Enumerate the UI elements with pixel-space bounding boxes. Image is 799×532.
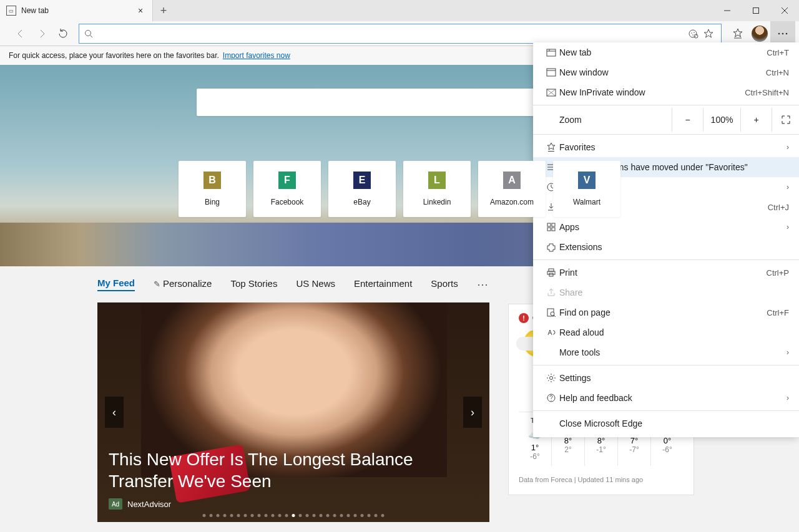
top-site-tile[interactable]: EeBay [328, 161, 396, 217]
svg-point-38 [551, 400, 551, 400]
browser-tab[interactable]: ▭ New tab × [0, 0, 153, 21]
menu-more-tools[interactable]: More tools› [533, 342, 799, 362]
menu-inprivate[interactable]: New InPrivate windowCtrl+Shift+N [533, 82, 799, 102]
import-favorites-link[interactable]: Import favorites now [223, 51, 290, 60]
svg-point-13 [782, 32, 784, 34]
top-site-tile[interactable]: LLinkedin [403, 161, 471, 217]
tab-title: New tab [21, 6, 135, 15]
menu-new-tab[interactable]: New tabCtrl+T [533, 42, 799, 62]
minimize-button[interactable] [713, 0, 742, 21]
favorite-star-icon[interactable] [701, 26, 716, 41]
tile-icon: F [278, 172, 296, 189]
refresh-button[interactable] [52, 23, 74, 44]
card-next-button[interactable]: › [463, 397, 482, 428]
menu-find[interactable]: Find on pageCtrl+F [533, 302, 799, 322]
favorites-button[interactable] [727, 22, 749, 45]
print-icon [543, 268, 559, 278]
carousel-dots [203, 514, 385, 517]
weather-alert-icon: ! [519, 313, 529, 323]
feed-tab-topstories[interactable]: Top Stories [230, 278, 277, 291]
svg-rect-18 [547, 69, 556, 76]
ad-badge: Ad [109, 498, 122, 510]
star-icon [543, 142, 559, 152]
gear-icon [543, 373, 559, 383]
menu-read-aloud[interactable]: Read aloud [533, 322, 799, 342]
feed-tab-usnews[interactable]: US News [296, 278, 335, 291]
zoom-in-button[interactable]: + [740, 108, 772, 132]
apps-icon [543, 222, 559, 232]
menu-print[interactable]: PrintCtrl+P [533, 263, 799, 283]
tile-icon: A [503, 172, 521, 189]
new-window-icon [543, 67, 559, 77]
search-icon [84, 29, 93, 38]
share-icon [543, 288, 559, 297]
extensions-icon [543, 242, 559, 252]
cookie-icon[interactable] [686, 26, 701, 41]
zoom-out-button[interactable]: − [672, 108, 703, 132]
top-sites-row: BBingFFacebookEeBayLLinkedinAAmazon.comV… [179, 161, 620, 217]
svg-point-14 [786, 32, 788, 34]
feed-tab-personalize[interactable]: ✎Personalize [154, 278, 212, 291]
svg-rect-26 [547, 223, 551, 226]
address-bar[interactable] [79, 24, 722, 44]
menu-help[interactable]: Help and feedback› [533, 388, 799, 408]
card-source: NextAdvisor [127, 500, 171, 509]
top-site-tile[interactable]: AAmazon.com [478, 161, 546, 217]
card-title: This New Offer Is The Longest Balance Tr… [109, 448, 478, 492]
new-tab-button[interactable]: + [153, 0, 174, 21]
menu-close-edge[interactable]: Close Microsoft Edge [533, 414, 799, 433]
card-prev-button[interactable]: ‹ [105, 397, 124, 428]
svg-rect-27 [552, 223, 555, 226]
feed-tabs: My Feed ✎Personalize Top Stories US News… [97, 278, 489, 291]
tab-close-button[interactable]: × [135, 5, 146, 16]
tile-icon: L [428, 172, 446, 189]
titlebar: ▭ New tab × + [0, 0, 799, 21]
chevron-right-icon: › [787, 223, 789, 231]
tile-label: Facebook [271, 198, 304, 206]
weather-footer: Data from Foreca | Updated 11 mins ago [519, 476, 684, 483]
top-site-tile[interactable]: VWalmart [553, 161, 620, 217]
new-tab-icon [543, 47, 559, 57]
svg-rect-30 [549, 269, 554, 271]
feed-tab-myfeed[interactable]: My Feed [97, 278, 135, 291]
top-site-tile[interactable]: FFacebook [253, 161, 321, 217]
menu-zoom: Zoom−100%+ [533, 108, 799, 132]
feed-more-icon[interactable]: ⋯ [477, 278, 488, 291]
menu-new-window[interactable]: New windowCtrl+N [533, 62, 799, 82]
feed-tab-sports[interactable]: Sports [431, 278, 458, 291]
pencil-icon: ✎ [154, 279, 160, 289]
svg-rect-15 [547, 49, 556, 56]
chevron-right-icon: › [787, 394, 789, 402]
feed-card[interactable]: ‹ › This New Offer Is The Longest Balanc… [97, 302, 489, 522]
address-input[interactable] [98, 29, 686, 39]
chevron-right-icon: › [787, 183, 789, 191]
menu-favorites[interactable]: Favorites› [533, 137, 799, 157]
svg-point-9 [694, 32, 695, 33]
tile-label: Walmart [573, 198, 600, 206]
svg-rect-28 [547, 228, 551, 231]
forward-button[interactable] [31, 23, 52, 44]
tile-label: Linkedin [423, 198, 451, 206]
maximize-button[interactable] [742, 0, 770, 21]
help-icon [543, 393, 559, 403]
top-site-tile[interactable]: BBing [179, 161, 246, 217]
tab-favicon: ▭ [6, 6, 16, 16]
close-window-button[interactable] [770, 0, 799, 21]
menu-settings[interactable]: Settings [533, 368, 799, 388]
svg-line-5 [91, 35, 93, 37]
menu-share: Share [533, 283, 799, 302]
menu-extensions[interactable]: Extensions [533, 237, 799, 257]
tile-label: Bing [205, 198, 220, 206]
feed-tab-entertainment[interactable]: Entertainment [354, 278, 412, 291]
svg-rect-1 [753, 8, 759, 14]
fullscreen-button[interactable] [772, 108, 799, 132]
inprivate-icon [543, 87, 559, 97]
svg-rect-29 [552, 228, 555, 231]
profile-avatar[interactable] [752, 26, 768, 42]
svg-point-12 [778, 32, 780, 34]
menu-apps[interactable]: Apps› [533, 217, 799, 237]
chevron-right-icon: › [787, 143, 789, 152]
svg-point-36 [550, 377, 553, 380]
svg-point-8 [691, 32, 692, 34]
back-button[interactable] [10, 23, 31, 44]
